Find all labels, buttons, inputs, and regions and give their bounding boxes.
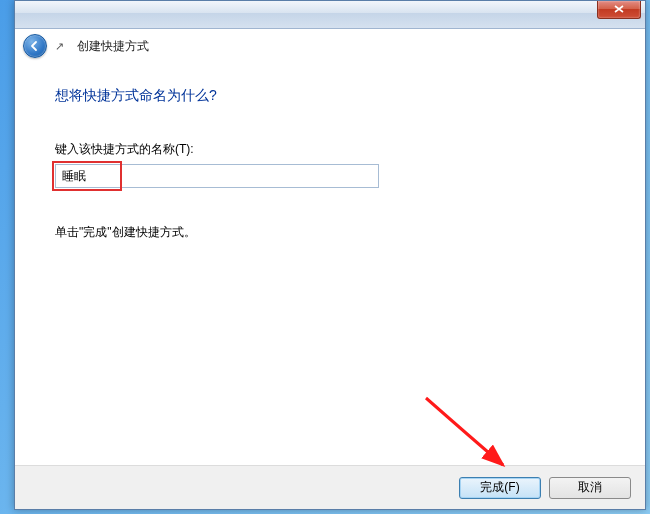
- hint-text: 单击"完成"创建快捷方式。: [55, 224, 605, 241]
- input-label: 键入该快捷方式的名称(T):: [55, 141, 605, 158]
- shortcut-icon: ↗: [55, 39, 69, 53]
- shortcut-name-input[interactable]: [55, 164, 379, 188]
- wizard-content: 想将快捷方式命名为什么? 键入该快捷方式的名称(T): 单击"完成"创建快捷方式…: [15, 63, 645, 241]
- titlebar: [15, 1, 645, 29]
- wizard-window: ↗ 创建快捷方式 想将快捷方式命名为什么? 键入该快捷方式的名称(T): 单击"…: [14, 0, 646, 510]
- close-icon: [614, 5, 624, 13]
- input-wrap: [55, 164, 379, 188]
- back-arrow-icon: [29, 40, 41, 52]
- back-button[interactable]: [23, 34, 47, 58]
- wizard-footer: 完成(F) 取消: [15, 465, 645, 509]
- finish-button[interactable]: 完成(F): [459, 477, 541, 499]
- close-button[interactable]: [597, 1, 641, 19]
- wizard-header: ↗ 创建快捷方式: [15, 29, 645, 63]
- cancel-button[interactable]: 取消: [549, 477, 631, 499]
- wizard-title: 创建快捷方式: [77, 38, 149, 55]
- page-heading: 想将快捷方式命名为什么?: [55, 87, 605, 105]
